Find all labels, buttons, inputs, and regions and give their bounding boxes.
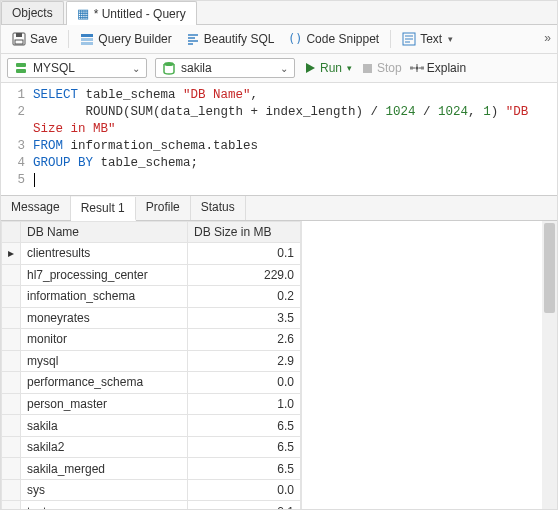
query-icon: [77, 6, 89, 21]
row-indicator: [2, 415, 21, 437]
table-row[interactable]: sakila26.5: [2, 436, 301, 458]
cell-db-name[interactable]: sys: [21, 479, 188, 501]
row-indicator: [2, 286, 21, 308]
cell-db-size[interactable]: 229.0: [188, 264, 301, 286]
code-snippet-button[interactable]: () Code Snippet: [283, 29, 384, 49]
row-indicator: [2, 307, 21, 329]
svg-rect-1: [16, 33, 22, 37]
text-label: Text: [420, 32, 442, 46]
database-value: sakila: [181, 61, 212, 75]
line-gutter: 12 345: [1, 87, 33, 189]
tab-result1[interactable]: Result 1: [71, 197, 136, 221]
cell-db-name[interactable]: test: [21, 501, 188, 510]
cell-db-name[interactable]: person_master: [21, 393, 188, 415]
server-value: MYSQL: [33, 61, 75, 75]
overflow-button[interactable]: »: [544, 31, 551, 45]
table-row[interactable]: moneyrates3.5: [2, 307, 301, 329]
run-button[interactable]: Run ▾: [303, 61, 352, 75]
table-row[interactable]: mysql2.9: [2, 350, 301, 372]
beautify-icon: [186, 32, 200, 46]
cell-db-name[interactable]: information_schema: [21, 286, 188, 308]
cell-db-size[interactable]: 2.6: [188, 329, 301, 351]
chevron-down-icon: ▾: [347, 63, 352, 73]
sql-editor[interactable]: 12 345 SELECT table_schema "DB Name", RO…: [1, 83, 557, 195]
cell-db-size[interactable]: 6.5: [188, 458, 301, 480]
run-label: Run: [320, 61, 342, 75]
table-row[interactable]: sakila6.5: [2, 415, 301, 437]
svg-rect-8: [16, 63, 26, 67]
sql-code[interactable]: SELECT table_schema "DB Name", ROUND(SUM…: [33, 87, 557, 189]
svg-rect-14: [421, 67, 424, 70]
svg-rect-3: [81, 34, 93, 37]
table-row[interactable]: sakila_merged6.5: [2, 458, 301, 480]
query-builder-label: Query Builder: [98, 32, 171, 46]
scrollbar-thumb[interactable]: [544, 223, 555, 313]
save-button[interactable]: Save: [7, 29, 62, 49]
tab-message[interactable]: Message: [1, 196, 71, 220]
server-combo[interactable]: MYSQL ⌄: [7, 58, 147, 78]
table-row[interactable]: ▸clientresults0.1: [2, 243, 301, 265]
stop-icon: [360, 61, 374, 75]
query-builder-button[interactable]: Query Builder: [75, 29, 176, 49]
cell-db-size[interactable]: 3.5: [188, 307, 301, 329]
table-row[interactable]: monitor2.6: [2, 329, 301, 351]
explain-icon: [410, 61, 424, 75]
tab-profile[interactable]: Profile: [136, 196, 191, 220]
cell-db-name[interactable]: moneyrates: [21, 307, 188, 329]
cell-db-size[interactable]: 0.1: [188, 243, 301, 265]
cell-db-name[interactable]: sakila: [21, 415, 188, 437]
stop-label: Stop: [377, 61, 402, 75]
row-indicator: [2, 393, 21, 415]
cell-db-size[interactable]: 1.0: [188, 393, 301, 415]
tab-status[interactable]: Status: [191, 196, 246, 220]
save-label: Save: [30, 32, 57, 46]
row-indicator: [2, 501, 21, 510]
tab-objects[interactable]: Objects: [1, 1, 64, 24]
cell-db-size[interactable]: 6.5: [188, 415, 301, 437]
table-row[interactable]: sys0.0: [2, 479, 301, 501]
table-row[interactable]: information_schema0.2: [2, 286, 301, 308]
play-icon: [303, 61, 317, 75]
svg-rect-11: [363, 64, 372, 73]
row-indicator-header: [2, 222, 21, 243]
vertical-scrollbar[interactable]: [542, 221, 557, 510]
cell-db-size[interactable]: 0.2: [188, 286, 301, 308]
row-indicator: [2, 479, 21, 501]
results-grid[interactable]: DB Name DB Size in MB ▸clientresults0.1h…: [1, 221, 301, 510]
cell-db-size[interactable]: 6.5: [188, 436, 301, 458]
table-row[interactable]: person_master1.0: [2, 393, 301, 415]
svg-rect-4: [81, 38, 93, 41]
tab-objects-label: Objects: [12, 6, 53, 20]
cell-db-name[interactable]: sakila_merged: [21, 458, 188, 480]
row-indicator: ▸: [2, 243, 21, 265]
cell-db-name[interactable]: mysql: [21, 350, 188, 372]
row-indicator: [2, 350, 21, 372]
explain-label: Explain: [427, 61, 466, 75]
cell-db-name[interactable]: sakila2: [21, 436, 188, 458]
row-indicator: [2, 436, 21, 458]
explain-button[interactable]: Explain: [410, 61, 466, 75]
tab-query-label: * Untitled - Query: [94, 7, 186, 21]
col-db-size[interactable]: DB Size in MB: [188, 222, 301, 243]
chevron-down-icon: ▾: [448, 34, 453, 44]
col-db-name[interactable]: DB Name: [21, 222, 188, 243]
cell-db-size[interactable]: 0.1: [188, 501, 301, 510]
text-button[interactable]: Text ▾: [397, 29, 458, 49]
server-icon: [14, 61, 28, 75]
cell-db-name[interactable]: performance_schema: [21, 372, 188, 394]
cell-db-size[interactable]: 0.0: [188, 372, 301, 394]
cell-db-name[interactable]: hl7_processing_center: [21, 264, 188, 286]
cell-db-name[interactable]: clientresults: [21, 243, 188, 265]
cell-db-size[interactable]: 0.0: [188, 479, 301, 501]
chevron-down-icon: ⌄: [132, 63, 140, 74]
database-combo[interactable]: sakila ⌄: [155, 58, 295, 78]
beautify-sql-button[interactable]: Beautify SQL: [181, 29, 280, 49]
tab-query[interactable]: * Untitled - Query: [66, 1, 197, 25]
cell-db-name[interactable]: monitor: [21, 329, 188, 351]
table-row[interactable]: hl7_processing_center229.0: [2, 264, 301, 286]
row-indicator: [2, 264, 21, 286]
separator: [390, 30, 391, 48]
table-row[interactable]: test0.1: [2, 501, 301, 510]
table-row[interactable]: performance_schema0.0: [2, 372, 301, 394]
cell-db-size[interactable]: 2.9: [188, 350, 301, 372]
